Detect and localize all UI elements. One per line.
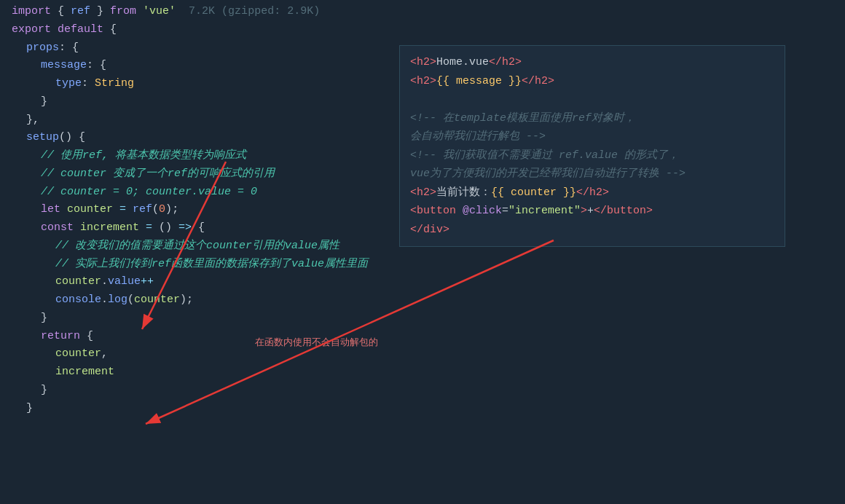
counter-ref: counter — [55, 273, 101, 291]
type-kw: type — [55, 75, 82, 93]
brace-close: } — [90, 3, 110, 21]
console-obj: console — [55, 291, 101, 310]
popup-line-5: <!-- 我们获取值不需要通过 ref.value 的形式了， — [410, 146, 774, 165]
brace8: { — [72, 129, 85, 147]
btn-close-open: > — [581, 202, 587, 221]
kw-export: export — [12, 21, 51, 39]
h2-close2: </h2> — [522, 72, 554, 91]
close7: }, — [26, 111, 39, 130]
from-kw: from — [110, 3, 136, 21]
comment11: // counter = 0; counter.value = 0 — [41, 184, 257, 202]
line-1: import { ref } from 'vue' 7.2K (gzipped:… — [12, 3, 845, 21]
popup-line-2: <h2> {{ message }} </h2> — [410, 72, 774, 91]
popup-line-7: <h2> 当前计数： {{ counter }} </h2> — [410, 184, 774, 202]
btn-text: + — [587, 202, 594, 221]
plusplus: ++ — [141, 273, 154, 291]
click-attr: @click — [463, 202, 502, 221]
close6: } — [41, 93, 47, 111]
dot17: . — [101, 291, 108, 310]
popup-line-9: </div> — [410, 221, 774, 240]
code-editor: import { ref } from 'vue' 7.2K (gzipped:… — [0, 0, 845, 504]
paren13: () — [159, 219, 172, 237]
paren12c: ) — [165, 201, 172, 219]
close23: } — [26, 400, 33, 418]
kw-let: let — [41, 201, 60, 219]
kw-default: default — [58, 21, 103, 39]
brace13: { — [192, 219, 205, 237]
line-18: } — [41, 310, 845, 328]
message-kw: message — [41, 57, 87, 75]
paren1: () — [59, 129, 72, 147]
sp12 — [60, 201, 67, 219]
log-method: log — [108, 291, 127, 310]
counter-ret: counter — [55, 345, 101, 363]
h2-close3: </h2> — [576, 184, 609, 202]
popup-line-3: <!-- 在template模板里面使用ref对象时， — [410, 109, 774, 128]
msg-expr: {{ message }} — [436, 72, 522, 91]
string-type: String — [95, 75, 134, 93]
comment-html2: 会自动帮我们进行解包 --> — [410, 127, 546, 146]
popup-line-blank — [410, 90, 774, 109]
kw-return: return — [41, 328, 80, 346]
comment15: // 实际上我们传到ref函数里面的数据保存到了value属性里面 — [55, 256, 368, 274]
increment-var: increment — [80, 219, 139, 237]
btn-close: </button> — [594, 202, 653, 221]
line-21: increment — [55, 363, 845, 382]
popup-box: <h2> Home.vue </h2> <h2> {{ message }} <… — [399, 45, 785, 247]
space — [136, 3, 143, 21]
comment14: // 改变我们的值需要通过这个counter引用的value属性 — [55, 237, 339, 256]
close18: } — [41, 310, 47, 328]
popup-line-4: 会自动帮我们进行解包 --> — [410, 127, 774, 146]
brace3: { — [103, 21, 117, 39]
line-16: counter . value ++ — [55, 273, 845, 291]
brace19: { — [80, 328, 93, 346]
paren17c: ) — [180, 291, 186, 310]
line-19: return { — [41, 328, 845, 346]
h2-open3: <h2> — [410, 184, 436, 202]
line-17: console . log ( counter ) ; — [55, 291, 845, 310]
increment-ret: increment — [55, 363, 114, 382]
colon2: : { — [87, 57, 106, 75]
line-15: // 实际上我们传到ref函数里面的数据保存到了value属性里面 — [55, 256, 845, 274]
h2-open: <h2> — [410, 53, 436, 72]
counter-var: counter — [67, 201, 113, 219]
line-20: counter , — [55, 345, 845, 363]
popup-line-8: <button @click = "increment" > + </butto… — [410, 202, 774, 221]
div-close: </div> — [410, 221, 449, 240]
paren12: ( — [152, 201, 159, 219]
semi17: ; — [186, 291, 193, 310]
eq12: = — [113, 201, 133, 219]
line-2: export default { — [12, 21, 845, 39]
semi12: ; — [172, 201, 178, 219]
eq-btn: = — [502, 202, 508, 221]
sp13 — [74, 219, 80, 237]
setup-kw: setup — [26, 129, 59, 147]
arrow13: => — [172, 219, 192, 237]
h2-close: </h2> — [489, 53, 522, 72]
vue-string: 'vue' — [143, 3, 176, 21]
inline-annotation: 在函数内使用不会自动解包的 — [255, 336, 378, 349]
comment10: // counter 变成了一个ref的可响应式的引用 — [41, 165, 275, 184]
popup-line-6: vue为了方便我们的开发已经帮我们自动进行了转换 --> — [410, 165, 774, 184]
popup-line-1: <h2> Home.vue </h2> — [410, 53, 774, 72]
paren17o: ( — [127, 291, 134, 310]
comment9: // 使用ref, 将基本数据类型转为响应式 — [41, 147, 246, 165]
comment-html3: <!-- 我们获取值不需要通过 ref.value 的形式了， — [410, 146, 679, 165]
counter-text: 当前计数： — [436, 184, 491, 202]
eq13: = — [139, 219, 159, 237]
counter-expr: {{ counter }} — [491, 184, 576, 202]
click-val: "increment" — [508, 202, 581, 221]
close22: } — [41, 382, 47, 400]
ref-name: ref — [71, 3, 90, 21]
dot16: . — [101, 273, 108, 291]
ref-call: ref — [133, 201, 152, 219]
h2-open2: <h2> — [410, 72, 436, 91]
comment-html4: vue为了方便我们的开发已经帮我们自动进行了转换 --> — [410, 165, 685, 184]
kw-const: const — [41, 219, 74, 237]
comma20: , — [101, 345, 108, 363]
line-22: } — [41, 382, 845, 400]
colon3: : — [82, 75, 95, 93]
file-size: 7.2K (gzipped: 2.9K) — [176, 3, 320, 21]
zero: 0 — [159, 201, 165, 219]
line-23: } — [26, 400, 845, 418]
